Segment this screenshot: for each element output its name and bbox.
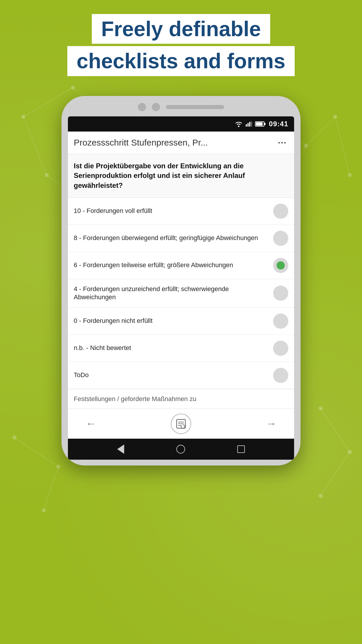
phone-camera xyxy=(138,103,146,111)
radio-btn-7[interactable] xyxy=(273,368,288,383)
svg-point-21 xyxy=(348,173,352,177)
svg-line-12 xyxy=(321,452,350,496)
list-item: 4 - Forderungen unzureichend erfüllt; sc… xyxy=(68,279,294,308)
svg-line-11 xyxy=(321,408,350,452)
svg-marker-38 xyxy=(180,426,181,427)
svg-line-9 xyxy=(15,438,58,467)
center-nav-button[interactable] xyxy=(171,414,191,434)
svg-line-7 xyxy=(335,117,350,175)
forward-arrow[interactable]: → xyxy=(266,417,277,430)
option-label-5: 0 - Forderungen nicht erfüllt xyxy=(74,317,273,325)
svg-rect-33 xyxy=(251,121,252,127)
option-label-7: ToDo xyxy=(74,371,273,379)
radio-btn-3[interactable] xyxy=(273,258,288,273)
signal-icon xyxy=(246,121,252,127)
svg-point-24 xyxy=(56,465,60,469)
back-arrow[interactable]: ← xyxy=(85,417,96,430)
svg-rect-31 xyxy=(247,123,249,127)
phone-speaker xyxy=(166,105,224,109)
option-label-2: 8 - Forderungen überwiegend erfüllt; ger… xyxy=(74,234,273,242)
option-label-1: 10 - Forderungen voll erfüllt xyxy=(74,207,273,215)
android-recent-button[interactable] xyxy=(237,445,245,453)
bottom-nav: ← → xyxy=(68,409,294,439)
svg-point-14 xyxy=(71,85,75,90)
wifi-icon xyxy=(235,121,243,127)
svg-point-25 xyxy=(42,508,46,512)
svg-line-2 xyxy=(23,117,47,175)
phone-device: 09:41 Prozessschritt Stufenpressen, Pr..… xyxy=(61,96,301,466)
svg-point-16 xyxy=(45,173,49,177)
radio-btn-1[interactable] xyxy=(273,204,288,219)
checklist-icon xyxy=(175,418,187,430)
svg-point-13 xyxy=(21,115,25,119)
svg-line-10 xyxy=(44,467,58,510)
phone-screen: 09:41 Prozessschritt Stufenpressen, Pr..… xyxy=(68,116,294,460)
option-label-6: n.b. - Nicht bewertet xyxy=(74,344,273,352)
title-line-2: checklists and forms xyxy=(67,46,295,76)
svg-rect-32 xyxy=(249,122,250,127)
svg-point-19 xyxy=(304,144,308,148)
radio-btn-5[interactable] xyxy=(273,314,288,329)
list-item: ToDo xyxy=(68,362,294,389)
android-back-button[interactable] xyxy=(117,444,124,454)
svg-line-6 xyxy=(306,117,335,146)
question-area: Ist die Projektübergabe von der Entwickl… xyxy=(68,154,294,198)
status-bar: 09:41 xyxy=(68,116,294,132)
svg-point-26 xyxy=(319,406,323,410)
footer-note-text: Feststellungen / geforderte Maßnahmen zu xyxy=(74,395,196,402)
android-home-button[interactable] xyxy=(176,445,185,454)
svg-point-27 xyxy=(348,450,352,454)
option-label-3: 6 - Forderungen teilweise erfüllt; größe… xyxy=(74,261,273,270)
status-icons xyxy=(235,121,264,127)
status-time: 09:41 xyxy=(269,120,288,128)
list-item: n.b. - Nicht bewertet xyxy=(68,335,294,362)
radio-btn-4[interactable] xyxy=(273,286,288,301)
footer-note: Feststellungen / geforderte Maßnahmen zu xyxy=(68,389,294,409)
svg-point-29 xyxy=(238,125,239,127)
option-label-4: 4 - Forderungen unzureichend erfüllt; sc… xyxy=(74,285,273,302)
svg-point-28 xyxy=(319,494,323,498)
question-text: Ist die Projektübergabe von der Entwickl… xyxy=(74,161,288,190)
svg-rect-30 xyxy=(246,124,247,127)
title-line-1: Freely definable xyxy=(92,14,270,44)
phone-camera-2 xyxy=(152,103,160,111)
radio-btn-6[interactable] xyxy=(273,341,288,356)
svg-point-23 xyxy=(13,435,17,440)
android-nav-bar xyxy=(68,439,294,460)
list-item: 6 - Forderungen teilweise erfüllt; größe… xyxy=(68,252,294,279)
radio-btn-2[interactable] xyxy=(273,231,288,246)
menu-icon[interactable]: ⋮ xyxy=(275,137,288,148)
app-toolbar: Prozessschritt Stufenpressen, Pr... ⋮ xyxy=(68,132,294,154)
list-item: 0 - Forderungen nicht erfüllt xyxy=(68,308,294,335)
options-list: 10 - Forderungen voll erfüllt 8 - Forder… xyxy=(68,198,294,389)
list-item: 10 - Forderungen voll erfüllt xyxy=(68,198,294,225)
battery-icon xyxy=(255,121,264,127)
toolbar-title: Prozessschritt Stufenpressen, Pr... xyxy=(74,138,275,148)
page-title-block: Freely definable checklists and forms xyxy=(67,14,295,78)
svg-point-20 xyxy=(333,115,337,119)
phone-top-bar xyxy=(68,103,294,111)
list-item: 8 - Forderungen überwiegend erfüllt; ger… xyxy=(68,225,294,252)
